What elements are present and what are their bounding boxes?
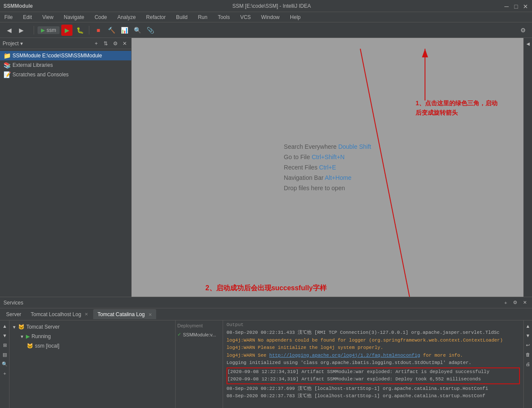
sidebar-add-btn[interactable]: + [92, 40, 100, 47]
panel-close-btn[interactable]: ✕ [521, 299, 529, 307]
server-icon: 🐱 [18, 324, 25, 330]
title-bar: SSMModule SSM [E:\code\SSM] - IntelliJ I… [0, 0, 532, 12]
maximize-button[interactable]: □ [513, 3, 519, 9]
log4j-link[interactable]: http://logging.apache.org/log4j/1.2/faq.… [269, 353, 420, 358]
collapse-icon: ▼ [12, 325, 16, 330]
bottom-panel: Services + ⚙ ✕ Server Tomcat Localhost L… [0, 297, 532, 408]
tree-item-running[interactable]: ▼ ▶ Running [9, 332, 175, 341]
add-service-btn[interactable]: + [1, 370, 9, 377]
tab-tomcat-localhost-label: Tomcat Localhost Log [31, 311, 81, 317]
bottom-tabs: Server Tomcat Localhost Log ✕ Tomcat Cat… [0, 308, 532, 320]
editor-area: Search Everywhere Double Shift Go to Fil… [132, 38, 523, 297]
minimize-button[interactable]: ─ [504, 3, 510, 9]
toolbar-back-button[interactable]: ◀ [3, 25, 15, 36]
sidebar-settings-btn[interactable]: ⚙ [111, 40, 119, 47]
panel-title: Services [3, 300, 23, 306]
scroll-bottom-btn[interactable]: ▼ [524, 332, 532, 339]
filter-btn-2[interactable]: ▤ [1, 351, 9, 358]
tree-item-ssm-local[interactable]: 🐱 ssm [local] [9, 341, 175, 351]
deployment-header: Deployment [177, 322, 221, 329]
bottom-content-wrapper: ▲ ▼ ⊞ ▤ 🔍 + ▼ 🐱 Tomcat Server ▼ ▶ Runnin… [0, 320, 532, 408]
collapse-icon-2: ▼ [20, 334, 24, 339]
panel-settings-btn[interactable]: ⚙ [511, 299, 519, 307]
app-name: SSMModule [3, 3, 33, 9]
drop-files-hint: Drop files here to open [284, 185, 371, 191]
menu-window[interactable]: Window [258, 13, 282, 21]
menu-run[interactable]: Run [195, 13, 210, 21]
toolbar-separator-2 [89, 26, 89, 35]
menu-help[interactable]: Help [287, 13, 303, 21]
running-icon: ▶ [26, 333, 30, 339]
run-button[interactable]: ▶ [61, 25, 72, 36]
attach-button[interactable]: 📎 [145, 25, 156, 36]
menu-code[interactable]: Code [92, 13, 110, 21]
search-everywhere-hint: Search Everywhere Double Shift [284, 143, 371, 150]
scroll-up-btn[interactable]: ▲ [1, 322, 9, 330]
tab-server-label: Server [6, 311, 21, 317]
scratch-icon: 📝 [3, 71, 11, 78]
tree-running-label: Running [31, 333, 51, 339]
bottom-right-toolbar: ▲ ▼ ↩ 🗑 🖨 [523, 320, 532, 408]
menu-bar: File Edit View Navigate Code Analyze Ref… [0, 12, 532, 22]
tree-item-scratches[interactable]: 📝 Scratches and Consoles [0, 70, 131, 79]
sidebar: Project ▾ + ⇅ ⚙ ✕ 📁 SSMModule E:\code\SS… [0, 38, 132, 297]
tab-tomcat-catalina-log[interactable]: Tomcat Catalina Log ✕ [93, 309, 156, 319]
panel-add-btn[interactable]: + [502, 299, 510, 307]
tree-ssm-local-label: ssm [local] [35, 343, 60, 349]
output-header: Output [227, 322, 520, 327]
right-strip-btn-1[interactable]: ◀ [524, 40, 532, 47]
filter-btn-3[interactable]: 🔍 [1, 360, 9, 368]
menu-refactor[interactable]: Refactor [144, 13, 168, 21]
build-button[interactable]: 🔨 [106, 25, 117, 36]
menu-build[interactable]: Build [173, 13, 190, 21]
soft-wrap-btn[interactable]: ↩ [524, 341, 532, 349]
editor-placeholder: Search Everywhere Double Shift Go to Fil… [284, 140, 371, 195]
log-line-2: log4j:WARN No appenders could be found f… [227, 337, 520, 344]
deployment-section: Deployment ✓ SSMModule:v... [176, 320, 223, 408]
menu-file[interactable]: File [2, 13, 15, 21]
window-title: SSM [E:\code\SSM] - IntelliJ IDEA [40, 3, 504, 9]
toolbar-separator-1 [34, 26, 34, 35]
tree-item-label: Scratches and Consoles [13, 72, 69, 78]
tab-tomcat-localhost-close[interactable]: ✕ [85, 312, 88, 317]
folder-icon: 📁 [3, 52, 11, 59]
sidebar-header: Project ▾ + ⇅ ⚙ ✕ [0, 38, 131, 49]
tab-tomcat-catalina-close[interactable]: ✕ [148, 312, 152, 317]
tree-item-label: SSMModule E:\code\SSM\SSMModule [13, 53, 102, 59]
stop-button[interactable]: ■ [93, 25, 104, 36]
bottom-panel-header: Services + ⚙ ✕ [0, 297, 532, 308]
log-line-6: 08-Sep-2020 00:22:37.699 渼℃他 [localhost-… [227, 385, 520, 392]
deploy-check-icon: ✓ [177, 332, 181, 337]
bottom-left-buttons: ▲ ▼ ⊞ ▤ 🔍 + [0, 320, 9, 408]
menu-tools[interactable]: Tools [215, 13, 233, 21]
scroll-down-btn[interactable]: ▼ [1, 332, 9, 339]
menu-vcs[interactable]: VCS [238, 13, 254, 21]
library-icon: 📚 [3, 62, 11, 69]
print-btn[interactable]: 🖨 [524, 360, 532, 368]
menu-edit[interactable]: Edit [20, 13, 35, 21]
sidebar-close-btn[interactable]: ✕ [121, 40, 129, 47]
log-line-success-1: [2020-09-08 12:22:34,319] Artifact SSMMo… [227, 368, 519, 376]
debug-button[interactable]: 🐛 [74, 25, 85, 36]
tree-item-label: External Libraries [13, 62, 53, 68]
profile-button[interactable]: 📊 [119, 25, 130, 36]
tree-item-tomcat-server[interactable]: ▼ 🐱 Tomcat Server [9, 322, 175, 332]
sidebar-scroll-btn[interactable]: ⇅ [102, 40, 110, 47]
tab-tomcat-localhost-log[interactable]: Tomcat Localhost Log ✕ [26, 310, 92, 319]
log-line-1: 08-Sep-2020 00:22:31.433 渼℃他 [RMI TCP Co… [227, 329, 520, 336]
coverage-button[interactable]: 🔍 [132, 25, 143, 36]
filter-btn-1[interactable]: ⊞ [1, 341, 9, 349]
clear-btn[interactable]: 🗑 [524, 351, 532, 358]
goto-file-hint: Go to File Ctrl+Shift+N [284, 154, 371, 160]
menu-view[interactable]: View [40, 13, 56, 21]
toolbar-forward-button[interactable]: ▶ [16, 25, 27, 36]
menu-analyze[interactable]: Analyze [115, 13, 139, 21]
tree-item-ssmmodule[interactable]: 📁 SSMModule E:\code\SSM\SSMModule [0, 51, 131, 60]
tab-server[interactable]: Server [2, 310, 25, 319]
scroll-top-btn[interactable]: ▲ [524, 322, 532, 330]
close-button[interactable]: ✕ [523, 3, 529, 9]
menu-navigate[interactable]: Navigate [61, 13, 87, 21]
toolbar: ◀ ▶ ▶ ssm ▶ 🐛 ■ 🔨 📊 🔍 📎 ⚙ [0, 22, 532, 38]
tree-item-external-libraries[interactable]: 📚 External Libraries [0, 60, 131, 70]
settings-button[interactable]: ⚙ [517, 25, 529, 36]
